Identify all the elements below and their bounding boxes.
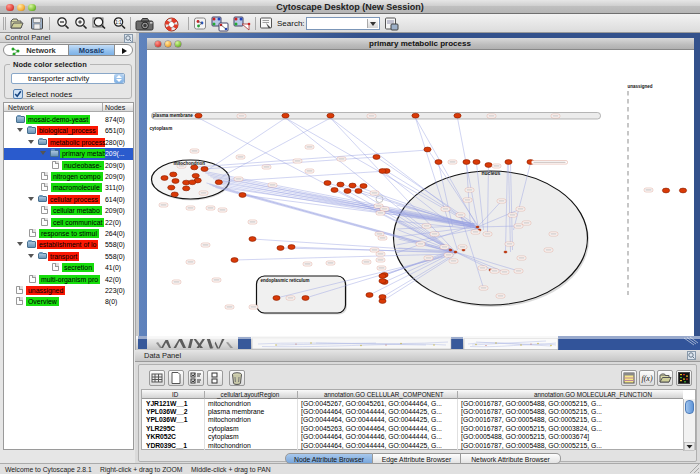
svg-text:cytoplasm: cytoplasm bbox=[149, 126, 172, 131]
svg-text:f(x): f(x) bbox=[641, 374, 652, 383]
svg-text:plasma membrane: plasma membrane bbox=[152, 113, 193, 118]
svg-text:mitochondrion: mitochondrion bbox=[173, 161, 205, 166]
svg-text:endoplasmic reticulum: endoplasmic reticulum bbox=[260, 278, 309, 283]
svg-text:nucleus: nucleus bbox=[481, 170, 500, 176]
svg-text:1:1: 1:1 bbox=[115, 20, 122, 25]
svg-text:unassigned: unassigned bbox=[627, 84, 652, 89]
